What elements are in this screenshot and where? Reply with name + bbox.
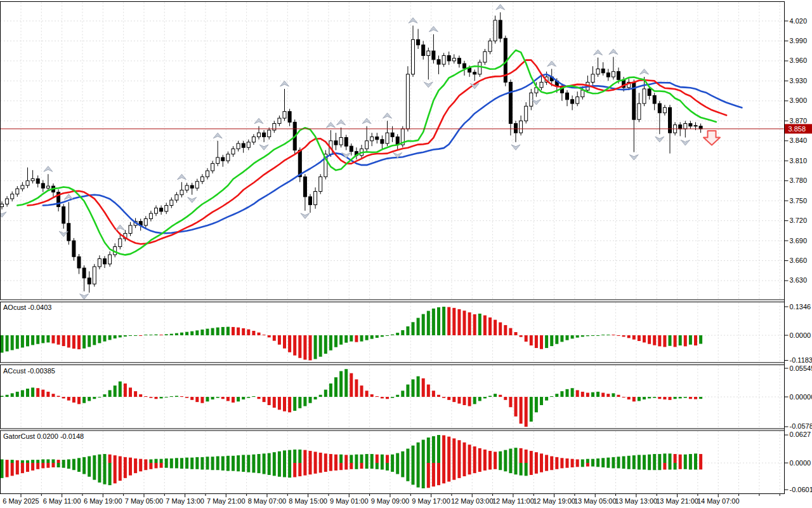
gator-histogram-bar	[560, 458, 563, 463]
gator-histogram-bar	[88, 456, 91, 463]
ao-histogram-bar	[566, 335, 569, 340]
candlestick	[406, 74, 409, 129]
fractal-up-icon	[213, 133, 222, 138]
scale-label: -0.05786	[790, 422, 812, 430]
ao-histogram-bar	[67, 335, 70, 347]
ac-histogram-bar	[412, 379, 415, 397]
gator-histogram-bar	[499, 463, 502, 470]
gator-histogram-bar	[258, 463, 261, 473]
ac-histogram-bar	[483, 397, 487, 398]
ao-histogram-bar	[376, 335, 379, 338]
gator-histogram-bar	[263, 463, 266, 474]
candlestick	[494, 20, 497, 41]
ao-histogram-bar	[432, 309, 435, 335]
ac-histogram-bar	[432, 391, 435, 397]
candlestick	[679, 125, 682, 129]
gator-histogram-bar	[396, 463, 399, 474]
gator-histogram-bar	[504, 450, 507, 463]
candlestick	[432, 51, 435, 60]
ac-histogram-bar	[190, 397, 193, 400]
ao-histogram-bar	[679, 335, 682, 345]
ac-histogram-bar	[381, 397, 384, 398]
ac-histogram-bar	[560, 391, 563, 397]
gator-histogram-bar	[658, 454, 661, 463]
gator-histogram-bar	[134, 463, 137, 473]
time-axis-label: 13 May 21:00	[656, 497, 698, 505]
gator-histogram-bar	[298, 450, 301, 463]
ao-histogram-bar	[381, 335, 384, 337]
candlestick	[643, 89, 646, 104]
ao-histogram-bar	[406, 326, 409, 335]
candlestick	[155, 208, 158, 213]
gator-histogram-bar	[643, 455, 646, 463]
ac-histogram-bar	[386, 397, 389, 399]
ao-histogram-bar	[606, 335, 610, 335]
candlestick	[82, 268, 86, 278]
candlestick	[427, 51, 430, 55]
candlestick	[77, 257, 81, 268]
ac-histogram-bar	[185, 397, 188, 398]
ac-histogram-bar	[77, 397, 81, 404]
ao-histogram-bar	[365, 335, 369, 340]
gator-histogram-bar	[391, 455, 394, 463]
ao-indicator-label: AOcust -0.0403	[3, 304, 51, 311]
ac-histogram-bar	[581, 392, 584, 397]
ac-histogram-bar	[21, 390, 24, 397]
candlestick	[412, 39, 415, 74]
ao-histogram-bar	[72, 335, 75, 349]
candlestick	[108, 255, 112, 264]
gator-histogram-bar	[160, 459, 163, 463]
gator-histogram-bar	[473, 463, 476, 473]
gator-histogram-bar	[540, 453, 543, 463]
gator-histogram-bar	[612, 463, 615, 468]
ao-histogram-bar	[57, 335, 60, 345]
ao-histogram-bar	[494, 320, 497, 335]
gator-histogram-bar	[283, 463, 286, 477]
chart-canvas[interactable]: 4.0203.9903.9603.9303.9003.8703.8403.810…	[0, 0, 812, 508]
ac-histogram-bar	[283, 397, 286, 411]
candlestick	[334, 141, 337, 145]
gator-histogram-bar	[211, 463, 214, 470]
ao-histogram-bar	[648, 335, 651, 344]
gator-histogram-bar	[206, 463, 209, 470]
gator-histogram-bar	[31, 463, 34, 471]
candlestick	[221, 157, 225, 161]
ao-histogram-bar	[391, 335, 394, 335]
candlestick	[283, 112, 286, 118]
candlestick	[540, 82, 543, 87]
ac-histogram-bar	[344, 369, 348, 397]
gator-histogram-bar	[638, 463, 641, 470]
ao-histogram-bar	[216, 328, 219, 335]
gator-histogram-bar	[288, 450, 291, 463]
ao-histogram-bar	[401, 330, 404, 335]
candlestick	[237, 144, 240, 149]
ac-histogram-bar	[520, 397, 523, 424]
gator-histogram-bar	[463, 443, 466, 463]
time-axis-label: 9 May 17:00	[412, 497, 450, 505]
gator-histogram-bar	[185, 458, 188, 463]
price-axis-label: 3.930	[790, 77, 808, 84]
ao-histogram-bar	[206, 329, 209, 335]
ac-histogram-bar	[129, 387, 132, 397]
gator-histogram-bar	[175, 458, 178, 463]
gator-histogram-bar	[309, 451, 312, 463]
ac-histogram-bar	[571, 388, 574, 397]
time-axis-label: 7 May 13:00	[166, 497, 204, 505]
ao-histogram-bar	[26, 335, 29, 346]
ao-histogram-bar	[77, 335, 81, 349]
gator-histogram-bar	[200, 463, 204, 470]
ac-histogram-bar	[252, 396, 255, 397]
gator-histogram-bar	[591, 459, 594, 463]
candlestick	[303, 177, 306, 196]
gator-histogram-bar	[535, 452, 538, 463]
candlestick	[463, 64, 466, 68]
ao-histogram-bar	[509, 328, 512, 335]
candlestick	[581, 90, 584, 97]
ac-histogram-bar	[365, 391, 369, 397]
candlestick	[298, 150, 301, 177]
gator-histogram-bar	[134, 458, 137, 463]
gator-histogram-bar	[648, 463, 651, 470]
gator-histogram-bar	[114, 463, 117, 483]
ac-histogram-bar	[370, 394, 374, 397]
ao-histogram-bar	[478, 314, 481, 335]
